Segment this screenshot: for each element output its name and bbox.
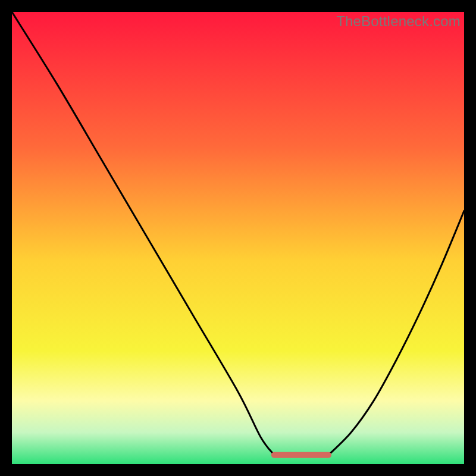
watermark-text: TheBottleneck.com [336, 13, 461, 30]
chart-frame: TheBottleneck.com [12, 12, 464, 464]
bottleneck-chart [12, 12, 464, 464]
gradient-background [12, 12, 464, 464]
